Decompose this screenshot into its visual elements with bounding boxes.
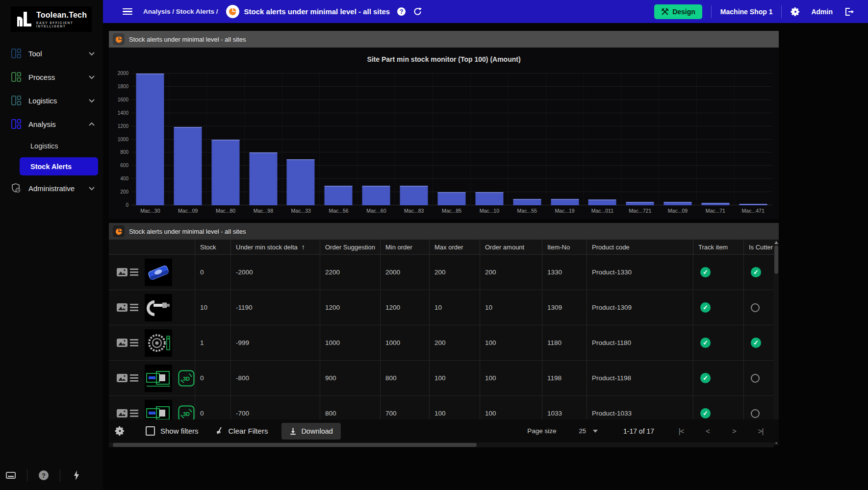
download-button[interactable]: Download	[281, 423, 341, 440]
image-preview-icon[interactable]	[117, 374, 128, 382]
row-menu-icon[interactable]	[130, 410, 138, 417]
y-axis-tick: 1600	[118, 97, 128, 102]
last-page-button[interactable]: >|	[747, 427, 774, 435]
sidebar-item-process[interactable]: Process	[0, 65, 103, 89]
horizontal-scroll-thumb[interactable]	[113, 443, 477, 447]
chart-bar[interactable]	[588, 199, 616, 205]
header-cell-min-order[interactable]: Min order	[380, 240, 429, 254]
scroll-up-arrow[interactable]	[774, 241, 778, 244]
chart-bar[interactable]	[475, 192, 503, 205]
cell-track-item: ✓	[693, 361, 743, 395]
chart-bar[interactable]	[362, 186, 390, 205]
table-panel-header[interactable]: Stock alerts under minimal level - all s…	[109, 223, 779, 240]
page-size-dropdown-caret[interactable]	[593, 430, 598, 433]
chart-bar[interactable]	[400, 186, 428, 205]
first-page-button[interactable]: |<	[668, 427, 694, 435]
cell-preview: 3D	[109, 396, 195, 419]
clear-filters-broom-icon[interactable]	[215, 427, 224, 436]
header-cell-delta[interactable]: Under min stock delta↑	[230, 240, 320, 254]
sidebar-item-tool[interactable]: Tool	[0, 42, 103, 65]
download-label: Download	[301, 427, 333, 435]
help-icon[interactable]: ?	[33, 470, 54, 481]
quick-actions-icon[interactable]	[66, 470, 87, 481]
app-logo[interactable]: Toolean.Tech EASY EFFICIENT INTELLIGENT	[11, 6, 92, 32]
sort-ascending-arrow[interactable]: ↑	[302, 243, 305, 251]
sidebar-item-analysis[interactable]: Analysis	[0, 112, 103, 136]
empty-circle-icon	[751, 409, 760, 418]
image-preview-icon[interactable]	[117, 268, 128, 276]
show-filters-checkbox[interactable]	[146, 426, 155, 436]
row-menu-icon[interactable]	[130, 339, 138, 346]
cell-stock: 0	[195, 255, 230, 290]
row-menu-icon[interactable]	[130, 304, 138, 311]
x-axis-label: Mac...471	[734, 208, 772, 214]
table-row[interactable]: 3D 0-7008007001001001033Product-1033✓	[109, 396, 779, 419]
header-cell-item-no[interactable]: Item-No	[542, 240, 587, 254]
chart-bar[interactable]	[249, 152, 277, 205]
header-cell-order-suggestion[interactable]: Order Suggestion	[320, 240, 380, 254]
chart-bar[interactable]	[325, 186, 353, 205]
chart-bar[interactable]	[739, 204, 767, 205]
3d-view-badge[interactable]: 3D	[178, 405, 195, 420]
chart-bar[interactable]	[626, 202, 654, 205]
cell-max-order: 10	[429, 290, 480, 325]
horizontal-scrollbar[interactable]	[109, 442, 774, 447]
image-preview-icon[interactable]	[117, 303, 128, 312]
table-row[interactable]: 1-999100010002001001180Product-1180✓✓	[109, 325, 779, 361]
sidebar-nav: Tool Process Logistics Analysis Logistic…	[0, 42, 103, 200]
header-cell-track-item[interactable]: Track item	[693, 240, 743, 254]
header-cell-max-order[interactable]: Max order	[429, 240, 480, 254]
logout-icon[interactable]	[844, 7, 854, 16]
table-row[interactable]: 3D 0-8009008001001001198Product-1198✓	[109, 361, 779, 396]
prev-page-button[interactable]: <	[694, 427, 721, 435]
chart-bar[interactable]	[664, 202, 692, 205]
row-menu-icon[interactable]	[130, 374, 138, 382]
chart-bar[interactable]	[551, 199, 579, 205]
settings-gear-icon[interactable]	[791, 7, 800, 17]
dashboard-icon	[11, 119, 22, 129]
chart-bar[interactable]	[513, 199, 541, 205]
sidebar-subitem-logistics[interactable]: Logistics	[0, 136, 103, 156]
page-help-icon[interactable]: ?	[397, 7, 406, 16]
vertical-scroll-thumb[interactable]	[774, 245, 778, 274]
breadcrumb[interactable]: Analysis / Stock Alerts /	[143, 8, 218, 15]
image-preview-icon[interactable]	[117, 339, 128, 347]
chart-bar[interactable]	[174, 127, 202, 205]
table-row[interactable]: 10-11901200120010101309Product-1309✓	[109, 290, 779, 325]
chart-bar[interactable]	[702, 203, 730, 205]
sidebar-item-administrative[interactable]: Administrative	[0, 176, 103, 200]
table-settings-gear-icon[interactable]	[115, 426, 125, 436]
next-page-button[interactable]: >	[721, 427, 747, 435]
cell-max-order: 100	[429, 396, 480, 419]
chart-bar[interactable]	[211, 140, 239, 205]
hamburger-menu-icon[interactable]	[123, 6, 132, 17]
cell-delta: -700	[230, 396, 320, 419]
y-axis-tick: 400	[120, 176, 128, 181]
header-cell-product-code[interactable]: Product code	[587, 240, 693, 254]
table-panel-title: Stock alerts under minimal level - all s…	[129, 228, 246, 235]
cell-max-order: 200	[429, 255, 480, 290]
chart-panel-header[interactable]: Stock alerts under minimal level - all s…	[109, 31, 779, 48]
row-menu-icon[interactable]	[130, 269, 138, 276]
site-selector[interactable]: Machine Shop 1	[720, 8, 773, 16]
user-menu[interactable]: Admin	[811, 8, 833, 16]
empty-circle-icon	[751, 374, 760, 383]
chart-bar[interactable]	[287, 159, 315, 205]
chart-bar[interactable]	[136, 74, 164, 205]
table-row[interactable]: 0-2000220020002002001330Product-1330✓✓	[109, 255, 779, 290]
keyboard-shortcuts-icon[interactable]	[0, 470, 22, 481]
header-cell-stock[interactable]: Stock	[195, 240, 230, 254]
sidebar-subitem-stock-alerts[interactable]: Stock Alerts	[20, 157, 98, 175]
vertical-scrollbar[interactable]	[774, 240, 779, 445]
clear-filters-label[interactable]: Clear Filters	[229, 427, 268, 435]
page-size-value[interactable]: 25	[579, 427, 586, 435]
show-filters-label[interactable]: Show filters	[160, 427, 199, 435]
chart-bar[interactable]	[437, 192, 465, 205]
header-cell-order-amount[interactable]: Order amount	[480, 240, 542, 254]
3d-view-badge[interactable]: 3D	[178, 370, 195, 387]
image-preview-icon[interactable]	[117, 409, 128, 417]
refresh-icon[interactable]	[413, 7, 422, 16]
column-label: Stock	[200, 244, 216, 251]
sidebar-item-logistics[interactable]: Logistics	[0, 89, 103, 112]
design-button[interactable]: Design	[654, 4, 702, 19]
